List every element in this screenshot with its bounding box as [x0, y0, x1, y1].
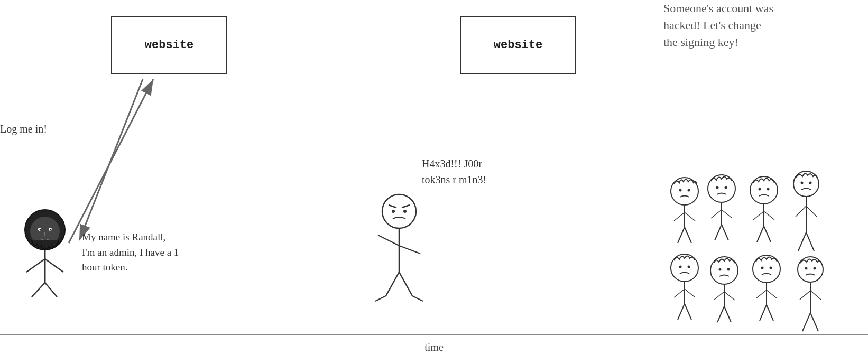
svg-point-16	[382, 194, 416, 228]
svg-point-78	[761, 267, 764, 269]
svg-line-82	[767, 290, 777, 298]
svg-line-2	[69, 79, 153, 243]
svg-line-67	[678, 304, 685, 320]
svg-line-25	[386, 272, 399, 296]
randall-description: My name is Randall, I'm an admin, I have…	[82, 230, 179, 275]
svg-line-41	[711, 210, 722, 218]
log-me-in-label: Log me in!	[0, 122, 47, 136]
svg-line-3	[79, 79, 143, 240]
svg-line-36	[685, 227, 691, 243]
svg-line-60	[806, 232, 814, 251]
website-label-1: website	[145, 39, 193, 52]
svg-point-55	[809, 182, 812, 184]
scene: website website Log me in! My name is Ra…	[0, 0, 868, 364]
svg-line-91	[802, 313, 810, 331]
svg-line-50	[764, 211, 774, 220]
svg-point-8	[40, 229, 41, 231]
svg-line-57	[796, 206, 806, 217]
svg-line-76	[724, 306, 731, 322]
time-label: time	[424, 340, 444, 354]
svg-line-15	[45, 283, 57, 297]
website-box-1: website	[111, 16, 227, 74]
svg-point-39	[725, 186, 727, 189]
svg-line-66	[685, 289, 695, 297]
svg-line-42	[722, 210, 732, 218]
svg-point-38	[716, 186, 719, 189]
svg-line-24	[399, 246, 420, 254]
svg-line-27	[375, 296, 386, 301]
svg-line-17	[389, 205, 396, 208]
randall-figure	[16, 206, 74, 301]
svg-point-54	[801, 182, 804, 184]
svg-point-31	[688, 189, 690, 192]
svg-point-70	[719, 268, 722, 271]
svg-line-43	[715, 225, 722, 240]
svg-line-90	[810, 291, 821, 300]
svg-point-20	[403, 210, 407, 213]
svg-line-75	[717, 306, 724, 322]
svg-point-87	[814, 267, 816, 270]
svg-point-9	[50, 229, 52, 231]
svg-line-65	[674, 289, 685, 297]
svg-line-84	[767, 305, 773, 321]
svg-line-68	[685, 304, 691, 320]
svg-line-26	[399, 272, 412, 296]
svg-line-73	[714, 292, 724, 300]
sad-people-group	[661, 169, 862, 340]
svg-point-19	[392, 210, 395, 213]
svg-line-18	[402, 205, 410, 208]
website-box-2: website	[460, 16, 576, 74]
svg-point-86	[805, 267, 808, 270]
svg-line-89	[800, 291, 810, 300]
svg-point-79	[770, 267, 772, 269]
svg-point-47	[767, 188, 770, 191]
svg-line-28	[412, 296, 423, 301]
svg-point-71	[727, 268, 730, 271]
svg-line-33	[674, 212, 685, 221]
svg-line-44	[722, 225, 728, 240]
website-label-2: website	[494, 39, 542, 52]
svg-line-74	[724, 292, 735, 300]
svg-line-12	[26, 259, 45, 272]
svg-line-51	[757, 226, 764, 242]
svg-line-52	[764, 226, 771, 242]
svg-line-14	[32, 283, 45, 297]
svg-point-62	[679, 266, 682, 268]
svg-line-49	[753, 211, 764, 220]
hacker-figure	[370, 190, 433, 309]
svg-line-23	[378, 235, 399, 246]
svg-point-46	[759, 188, 761, 191]
svg-point-63	[688, 266, 690, 268]
svg-line-13	[45, 259, 63, 272]
svg-line-59	[798, 232, 806, 251]
svg-line-35	[678, 227, 685, 243]
svg-point-30	[679, 189, 682, 192]
hack-notice: Someone's account was hacked! Let's chan…	[663, 0, 773, 51]
svg-line-81	[756, 290, 767, 298]
svg-line-92	[810, 313, 818, 331]
svg-line-58	[806, 206, 817, 217]
svg-line-83	[760, 305, 767, 321]
svg-line-34	[685, 212, 695, 221]
hacked-text: H4x3d!!! J00r tok3ns r m1n3!	[422, 156, 486, 188]
